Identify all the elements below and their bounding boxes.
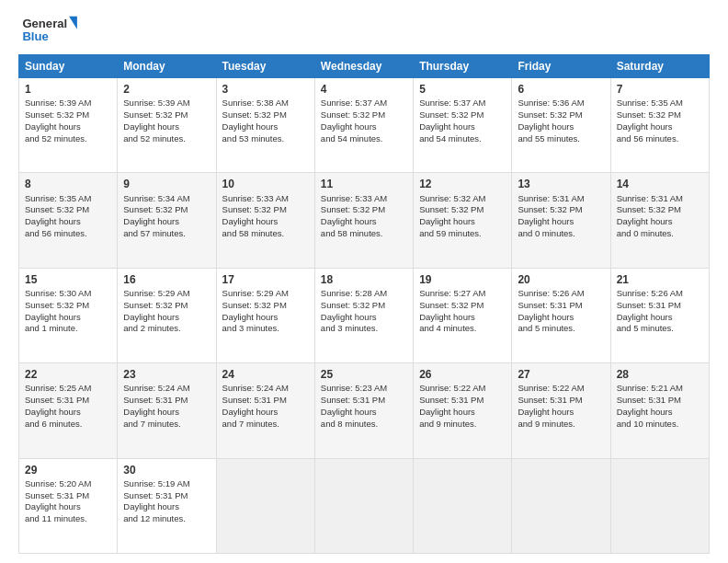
- day-number: 25: [321, 367, 407, 382]
- calendar-cell: 15Sunrise: 5:30 AMSunset: 5:32 PMDayligh…: [19, 268, 118, 362]
- day-number: 27: [518, 367, 604, 382]
- day-header: Friday: [512, 55, 610, 78]
- calendar-cell: 9Sunrise: 5:34 AMSunset: 5:32 PMDaylight…: [118, 173, 216, 268]
- day-number: 4: [321, 82, 407, 97]
- calendar-cell: 14Sunrise: 5:31 AMSunset: 5:32 PMDayligh…: [610, 173, 709, 268]
- calendar-cell: 1Sunrise: 5:39 AMSunset: 5:32 PMDaylight…: [19, 78, 118, 173]
- day-number: 17: [222, 272, 309, 287]
- day-header: Wednesday: [314, 55, 413, 78]
- day-number: 26: [419, 367, 506, 382]
- calendar-cell: 28Sunrise: 5:21 AMSunset: 5:31 PMDayligh…: [610, 363, 709, 458]
- calendar-cell: [216, 458, 314, 553]
- calendar-cell: 5Sunrise: 5:37 AMSunset: 5:32 PMDaylight…: [414, 78, 512, 173]
- day-number: 24: [222, 367, 309, 382]
- logo: GeneralBlue: [18, 15, 83, 47]
- calendar-cell: [414, 458, 512, 553]
- calendar-cell: 7Sunrise: 5:35 AMSunset: 5:32 PMDaylight…: [610, 78, 709, 173]
- day-header: Monday: [118, 55, 216, 78]
- page: GeneralBlue SundayMondayTuesdayWednesday…: [0, 0, 728, 563]
- header: GeneralBlue: [18, 15, 710, 47]
- day-number: 23: [123, 367, 210, 382]
- calendar-cell: 26Sunrise: 5:22 AMSunset: 5:31 PMDayligh…: [414, 363, 512, 458]
- day-number: 14: [617, 177, 703, 191]
- day-number: 15: [25, 272, 111, 287]
- calendar-cell: 12Sunrise: 5:32 AMSunset: 5:32 PMDayligh…: [414, 173, 512, 268]
- calendar-cell: 8Sunrise: 5:35 AMSunset: 5:32 PMDaylight…: [19, 173, 118, 268]
- day-number: 18: [321, 272, 407, 287]
- calendar-cell: 3Sunrise: 5:38 AMSunset: 5:32 PMDaylight…: [216, 78, 314, 173]
- day-number: 21: [617, 272, 703, 287]
- day-header: Sunday: [19, 55, 118, 78]
- calendar-cell: 22Sunrise: 5:25 AMSunset: 5:31 PMDayligh…: [19, 363, 118, 458]
- day-header: Saturday: [610, 55, 709, 78]
- day-number: 5: [419, 82, 506, 97]
- calendar-cell: 25Sunrise: 5:23 AMSunset: 5:31 PMDayligh…: [314, 363, 413, 458]
- calendar-cell: 19Sunrise: 5:27 AMSunset: 5:32 PMDayligh…: [414, 268, 512, 362]
- day-number: 29: [25, 463, 111, 477]
- calendar-cell: [610, 458, 709, 553]
- day-number: 13: [518, 177, 604, 191]
- calendar-cell: 20Sunrise: 5:26 AMSunset: 5:31 PMDayligh…: [512, 268, 610, 362]
- day-number: 9: [123, 177, 210, 191]
- calendar-cell: 13Sunrise: 5:31 AMSunset: 5:32 PMDayligh…: [512, 173, 610, 268]
- calendar-cell: [314, 458, 413, 553]
- day-number: 1: [25, 82, 111, 97]
- day-number: 12: [419, 177, 506, 191]
- day-number: 3: [222, 82, 309, 97]
- day-number: 16: [123, 272, 210, 287]
- day-number: 20: [518, 272, 604, 287]
- calendar-cell: 6Sunrise: 5:36 AMSunset: 5:32 PMDaylight…: [512, 78, 610, 173]
- day-number: 28: [617, 367, 703, 382]
- calendar-cell: 2Sunrise: 5:39 AMSunset: 5:32 PMDaylight…: [118, 78, 216, 173]
- calendar-table: SundayMondayTuesdayWednesdayThursdayFrid…: [18, 54, 710, 554]
- day-number: 19: [419, 272, 506, 287]
- calendar-cell: 17Sunrise: 5:29 AMSunset: 5:32 PMDayligh…: [216, 268, 314, 362]
- calendar-cell: 16Sunrise: 5:29 AMSunset: 5:32 PMDayligh…: [118, 268, 216, 362]
- calendar-cell: [512, 458, 610, 553]
- day-number: 2: [123, 82, 210, 97]
- calendar-cell: 30Sunrise: 5:19 AMSunset: 5:31 PMDayligh…: [118, 458, 216, 553]
- calendar-cell: 18Sunrise: 5:28 AMSunset: 5:32 PMDayligh…: [314, 268, 413, 362]
- svg-text:Blue: Blue: [22, 29, 48, 43]
- calendar-cell: 21Sunrise: 5:26 AMSunset: 5:31 PMDayligh…: [610, 268, 709, 362]
- day-header: Tuesday: [216, 55, 314, 78]
- calendar-cell: 29Sunrise: 5:20 AMSunset: 5:31 PMDayligh…: [19, 458, 118, 553]
- calendar-cell: 24Sunrise: 5:24 AMSunset: 5:31 PMDayligh…: [216, 363, 314, 458]
- calendar-cell: 23Sunrise: 5:24 AMSunset: 5:31 PMDayligh…: [118, 363, 216, 458]
- day-number: 8: [25, 177, 111, 191]
- day-number: 10: [222, 177, 309, 191]
- logo-icon: GeneralBlue: [18, 15, 83, 47]
- day-number: 22: [25, 367, 111, 382]
- svg-marker-2: [69, 17, 77, 29]
- day-number: 30: [123, 463, 210, 477]
- svg-text:General: General: [22, 17, 67, 30]
- calendar-cell: 27Sunrise: 5:22 AMSunset: 5:31 PMDayligh…: [512, 363, 610, 458]
- day-number: 6: [518, 82, 604, 97]
- day-number: 11: [321, 177, 407, 191]
- calendar-cell: 11Sunrise: 5:33 AMSunset: 5:32 PMDayligh…: [314, 173, 413, 268]
- calendar-cell: 10Sunrise: 5:33 AMSunset: 5:32 PMDayligh…: [216, 173, 314, 268]
- day-number: 7: [617, 82, 703, 97]
- day-header: Thursday: [414, 55, 512, 78]
- calendar-cell: 4Sunrise: 5:37 AMSunset: 5:32 PMDaylight…: [314, 78, 413, 173]
